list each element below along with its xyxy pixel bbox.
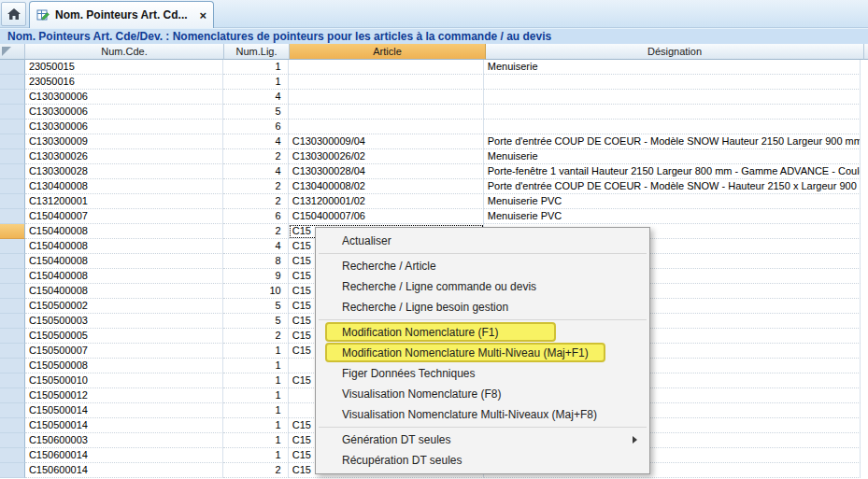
cell-num-cde[interactable]: C130300006 <box>25 120 223 134</box>
cell-designation[interactable] <box>484 105 861 120</box>
row-selector[interactable] <box>0 284 25 299</box>
cell-num-lig[interactable]: 1 <box>223 403 289 418</box>
cell-num-cde[interactable]: C150400008 <box>25 224 223 239</box>
cell-num-cde[interactable]: C150600014 <box>25 448 223 463</box>
cell-designation[interactable]: Porte-fenêtre 1 vantail Hauteur 2150 Lar… <box>484 164 861 179</box>
menu-item[interactable]: Recherche / Article <box>317 256 648 276</box>
cell-article[interactable]: C150400007/06 <box>289 209 484 224</box>
row-selector[interactable] <box>0 120 25 134</box>
cell-article[interactable] <box>289 75 484 90</box>
row-selector[interactable] <box>0 463 25 478</box>
cell-designation[interactable] <box>484 90 861 105</box>
cell-num-lig[interactable]: 10 <box>223 284 289 299</box>
cell-designation[interactable]: Menuiserie PVC <box>484 209 861 224</box>
cell-num-cde[interactable]: C150500003 <box>25 314 223 329</box>
cell-num-cde[interactable]: 23050016 <box>25 75 223 90</box>
cell-num-cde[interactable]: C150400008 <box>25 239 223 254</box>
cell-num-lig[interactable]: 5 <box>223 105 289 120</box>
row-selector[interactable] <box>0 239 25 254</box>
cell-num-cde[interactable]: C150400008 <box>25 284 223 299</box>
menu-item[interactable]: Modification Nomenclature (F1) <box>317 322 648 343</box>
cell-num-cde[interactable]: C150400008 <box>25 269 223 284</box>
cell-num-cde[interactable]: C150600014 <box>25 463 223 478</box>
row-selector[interactable] <box>0 254 25 269</box>
cell-article[interactable] <box>289 120 484 134</box>
tab-close-icon[interactable]: × <box>199 9 206 21</box>
row-selector[interactable] <box>0 403 25 418</box>
cell-num-cde[interactable]: C150500014 <box>25 403 223 418</box>
row-selector[interactable] <box>0 75 25 90</box>
row-selector[interactable] <box>0 90 25 105</box>
column-header-article[interactable]: Article <box>290 44 486 60</box>
menu-item[interactable]: Recherche / Ligne commande ou devis <box>317 276 648 297</box>
cell-num-lig[interactable]: 2 <box>223 179 289 194</box>
row-selector[interactable] <box>0 269 25 284</box>
cell-num-cde[interactable]: C131200001 <box>25 194 223 209</box>
row-selector[interactable] <box>0 299 25 314</box>
cell-num-cde[interactable]: C130300009 <box>25 134 223 149</box>
menu-item[interactable]: Récupération DT seules <box>317 450 648 471</box>
cell-num-cde[interactable]: C150400008 <box>25 254 223 269</box>
cell-num-lig[interactable]: 1 <box>223 359 289 373</box>
cell-article[interactable]: C130300028/04 <box>289 164 484 179</box>
row-selector[interactable] <box>0 359 25 373</box>
cell-num-lig[interactable]: 1 <box>223 388 289 403</box>
cell-num-lig[interactable]: 2 <box>223 194 289 209</box>
cell-num-lig[interactable]: 4 <box>223 239 289 254</box>
cell-article[interactable]: C131200001/02 <box>289 194 484 209</box>
cell-num-lig[interactable]: 4 <box>223 164 289 179</box>
menu-item[interactable]: Génération DT seules <box>317 430 648 450</box>
cell-num-lig[interactable]: 4 <box>223 90 289 105</box>
cell-article[interactable] <box>289 90 484 105</box>
cell-num-lig[interactable]: 5 <box>223 299 289 314</box>
cell-num-lig[interactable]: 8 <box>223 254 289 269</box>
cell-article[interactable] <box>289 60 484 75</box>
cell-num-lig[interactable]: 2 <box>223 329 289 344</box>
row-selector[interactable] <box>0 194 25 209</box>
row-selector[interactable] <box>0 224 25 239</box>
row-selector[interactable] <box>0 418 25 433</box>
row-selector[interactable] <box>0 179 25 194</box>
cell-num-lig[interactable]: 1 <box>223 373 289 388</box>
grid-corner-cell[interactable] <box>0 44 25 60</box>
cell-num-cde[interactable]: C130400008 <box>25 179 223 194</box>
menu-item[interactable]: Modification Nomenclature Multi-Niveau (… <box>317 343 648 363</box>
column-header-num-lig[interactable]: Num.Lig. <box>224 44 290 60</box>
menu-item[interactable]: Actualiser <box>317 231 648 251</box>
cell-designation[interactable]: Porte d'entrée COUP DE COEUR - Modèle SN… <box>484 134 861 149</box>
cell-num-lig[interactable]: 2 <box>223 149 289 164</box>
row-selector[interactable] <box>0 134 25 149</box>
cell-num-cde[interactable]: C150600003 <box>25 433 223 448</box>
cell-num-cde[interactable]: C150400007 <box>25 209 223 224</box>
cell-num-lig[interactable]: 1 <box>223 344 289 359</box>
column-header-designation[interactable]: Désignation <box>486 44 864 60</box>
cell-num-lig[interactable]: 6 <box>223 209 289 224</box>
row-selector[interactable] <box>0 433 25 448</box>
cell-num-cde[interactable]: C150500007 <box>25 344 223 359</box>
row-selector[interactable] <box>0 448 25 463</box>
tab-nom-pointeurs[interactable]: Nom. Pointeurs Art. Cd... × <box>29 1 214 28</box>
cell-article[interactable]: C130400008/02 <box>289 179 484 194</box>
cell-article[interactable] <box>289 105 484 120</box>
cell-num-cde[interactable]: 23050015 <box>25 60 223 75</box>
row-selector[interactable] <box>0 105 25 120</box>
cell-num-lig[interactable]: 2 <box>223 224 289 239</box>
menu-item[interactable]: Recherche / Ligne besoin gestion <box>317 297 648 317</box>
row-selector[interactable] <box>0 164 25 179</box>
row-selector[interactable] <box>0 373 25 388</box>
cell-num-cde[interactable]: C150500002 <box>25 299 223 314</box>
cell-num-cde[interactable]: C150500008 <box>25 359 223 373</box>
cell-num-lig[interactable]: 5 <box>223 314 289 329</box>
row-selector[interactable] <box>0 388 25 403</box>
cell-num-lig[interactable]: 6 <box>223 120 289 134</box>
cell-designation[interactable]: Menuiserie <box>484 60 861 75</box>
cell-num-cde[interactable]: C150500012 <box>25 388 223 403</box>
menu-item[interactable]: Visualisation Nomenclature (F8) <box>317 384 648 404</box>
cell-designation[interactable]: Menuiserie PVC <box>484 194 861 209</box>
cell-num-lig[interactable]: 4 <box>223 134 289 149</box>
cell-designation[interactable] <box>484 75 861 90</box>
cell-designation[interactable] <box>484 120 861 134</box>
cell-num-cde[interactable]: C130300028 <box>25 164 223 179</box>
row-selector[interactable] <box>0 209 25 224</box>
row-selector[interactable] <box>0 329 25 344</box>
